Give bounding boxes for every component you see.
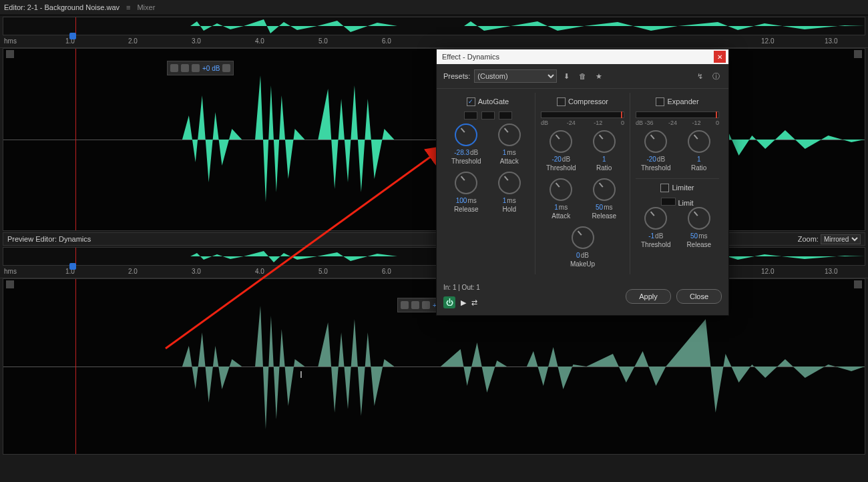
zoom-select[interactable]: Mirrored <box>821 234 861 244</box>
dynamics-dialog: Effect - Dynamics ✕ Presets: (Custom) ⬇ … <box>436 49 729 316</box>
playhead-marker[interactable] <box>69 263 76 270</box>
favorite-icon[interactable]: ★ <box>593 70 605 82</box>
delete-preset-icon[interactable]: 🗑 <box>577 70 589 82</box>
compressor-section: Compressor dB-24-120 -20dBThreshold 1Rat… <box>535 93 630 274</box>
preview-overview[interactable] <box>3 247 865 266</box>
limit-indicator <box>661 198 676 206</box>
loop-icon[interactable]: ⇄ <box>471 298 477 307</box>
fade-icon[interactable] <box>181 64 189 72</box>
mixer-tab[interactable]: Mixer <box>137 3 155 11</box>
meter-tick: 0 <box>621 119 624 126</box>
power-button[interactable]: ⏻ <box>443 296 455 308</box>
apply-button[interactable]: Apply <box>626 289 671 304</box>
overview-strip[interactable] <box>3 17 865 35</box>
clock-icon[interactable] <box>192 64 200 72</box>
top-tabs: Editor: 2-1 - Background Noise.wav ≡ Mix… <box>0 0 868 15</box>
ruler-unit: hms <box>4 268 17 275</box>
ruler-mark: 2.0 <box>128 268 138 275</box>
play-icon[interactable]: ▶ <box>461 298 466 307</box>
autogate-section: AutoGate -28.3dBThreshold 1msAttack 100m… <box>441 93 535 274</box>
dialog-title: Effect - Dynamics <box>442 53 499 61</box>
ruler-unit: hms <box>4 37 17 45</box>
autogate-threshold[interactable]: -28.3dBThreshold <box>447 124 485 165</box>
main-waveform[interactable]: +0 dB <box>3 48 865 231</box>
ruler-mark: 2.0 <box>128 37 138 45</box>
expander-label: Expander <box>667 97 698 105</box>
ruler-mark: 3.0 <box>192 37 201 45</box>
ruler-mark: 13.0 <box>825 268 837 275</box>
meter-tick: -24 <box>567 119 576 126</box>
editor-tab[interactable]: Editor: 2-1 - Background Noise.wav <box>4 3 120 11</box>
comp-ratio[interactable]: 1Ratio <box>585 130 624 172</box>
limiter-label: Limiter <box>672 184 694 192</box>
expander-checkbox[interactable] <box>656 97 664 106</box>
pin-icon[interactable] <box>222 64 230 72</box>
ruler-mark: 5.0 <box>318 37 328 45</box>
preview-ruler[interactable]: hms 1.0 2.0 3.0 4.0 5.0 6.0 12.0 13.0 <box>0 267 868 278</box>
autogate-attack[interactable]: 1msAttack <box>490 124 529 165</box>
expander-meter <box>636 111 719 118</box>
meter-tick: 0 <box>716 119 719 126</box>
close-icon[interactable]: ✕ <box>714 51 726 63</box>
ruler-mark: 12.0 <box>761 268 774 275</box>
ruler-mark: 6.0 <box>382 37 391 45</box>
preview-header: Preview Editor: Dynamics Zoom: Mirrored <box>3 232 865 246</box>
presets-select[interactable]: (Custom) <box>474 69 556 83</box>
meter-tick: -12 <box>692 119 700 126</box>
exp-threshold[interactable]: -20dBThreshold <box>636 130 675 172</box>
autogate-hold[interactable]: 1msHold <box>490 172 529 213</box>
ruler-mark: 13.0 <box>825 37 837 45</box>
limit-label: Limit <box>678 199 693 207</box>
autogate-checkbox[interactable] <box>467 97 475 106</box>
ruler-mark: 5.0 <box>318 268 328 275</box>
gate-meter <box>446 111 529 119</box>
comp-makeup[interactable]: 0dBMakeUp <box>541 226 624 268</box>
autogate-release[interactable]: 100msRelease <box>447 172 485 213</box>
volume-hud[interactable]: +0 dB <box>167 61 234 75</box>
ruler-mark: 4.0 <box>255 268 264 275</box>
meter-tick: -12 <box>594 119 602 126</box>
route-icon[interactable]: ↯ <box>694 70 706 82</box>
ruler-mark: 6.0 <box>382 268 391 275</box>
close-button[interactable]: Close <box>676 289 722 304</box>
fade-icon[interactable] <box>170 64 178 72</box>
presets-label: Presets: <box>443 72 470 80</box>
expander-section: Expander dB -36-24-120 -20dBThreshold 1R… <box>630 93 724 274</box>
preview-waveform[interactable]: +0 I <box>3 278 865 455</box>
comp-threshold[interactable]: -20dBThreshold <box>541 130 580 172</box>
text-cursor-icon: I <box>300 369 302 380</box>
ruler-mark: 12.0 <box>761 37 774 45</box>
io-text: In: 1 | Out: 1 <box>443 284 480 291</box>
meter-tick: dB <box>541 119 548 126</box>
dialog-titlebar[interactable]: Effect - Dynamics ✕ <box>437 49 728 64</box>
lim-threshold[interactable]: -1dBThreshold <box>636 207 675 248</box>
gain-value[interactable]: +0 dB <box>202 65 220 72</box>
ruler-mark: 4.0 <box>255 37 264 45</box>
compressor-meter <box>541 111 624 118</box>
zoom-label: Zoom: <box>798 235 819 243</box>
playhead-marker[interactable] <box>69 33 76 39</box>
exp-ratio[interactable]: 1Ratio <box>680 130 718 172</box>
fade-icon[interactable] <box>411 301 419 309</box>
time-ruler[interactable]: hms 1.0 2.0 3.0 4.0 5.0 6.0 12.0 13.0 <box>0 37 868 48</box>
comp-attack[interactable]: 1msAttack <box>541 178 580 220</box>
meter-tick: dB -36 <box>636 119 654 126</box>
comp-release[interactable]: 50msRelease <box>585 178 624 220</box>
compressor-checkbox[interactable] <box>557 97 566 106</box>
hamburger-icon[interactable]: ≡ <box>126 3 130 11</box>
lim-release[interactable]: 50msRelease <box>680 207 718 248</box>
info-icon[interactable]: ⓘ <box>710 70 722 82</box>
fade-icon[interactable] <box>401 301 409 309</box>
clock-icon[interactable] <box>422 301 430 309</box>
meter-tick: -24 <box>668 119 677 126</box>
preview-title: Preview Editor: Dynamics <box>7 235 91 243</box>
autogate-label: AutoGate <box>478 97 509 105</box>
ruler-mark: 3.0 <box>192 268 201 275</box>
limiter-checkbox[interactable] <box>660 184 669 192</box>
save-preset-icon[interactable]: ⬇ <box>561 70 573 82</box>
compressor-label: Compressor <box>568 97 608 105</box>
